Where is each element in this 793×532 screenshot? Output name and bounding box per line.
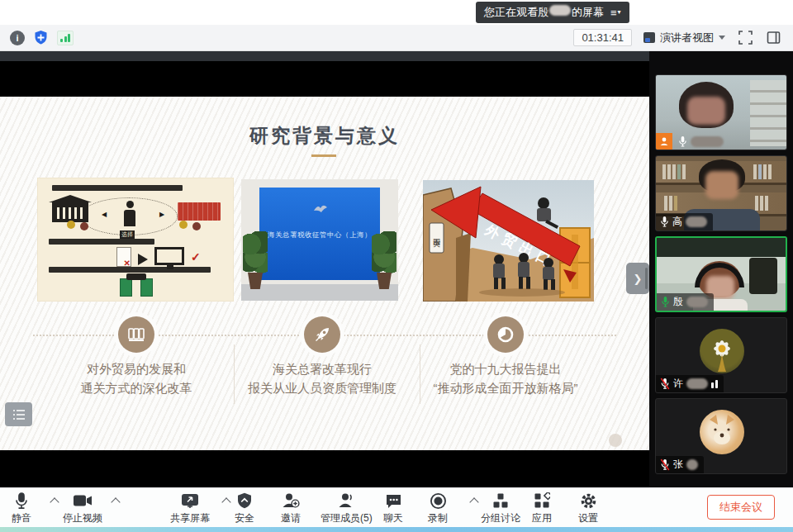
- shared-screen-stage: 研究背景与意义 ◀ ▶ 选择 ✓: [0, 51, 649, 487]
- apps-button[interactable]: 应用: [532, 492, 552, 525]
- declarant-icon: [123, 201, 136, 229]
- check-icon: ✓: [191, 250, 201, 264]
- side-panel-toggle-icon[interactable]: [765, 30, 781, 46]
- point-text-2: 海关总署改革现行报关从业人员资质管理制度: [225, 359, 420, 398]
- books-icon: [118, 316, 154, 353]
- participant-namebar: 张: [656, 456, 704, 473]
- emblem-icon: [312, 202, 329, 219]
- mic-on-icon: [678, 135, 687, 148]
- redacted-name: [686, 378, 708, 389]
- participant-namebar: 殷: [657, 293, 714, 311]
- mute-options-chevron[interactable]: [50, 497, 59, 506]
- slide-page-badge: [609, 434, 622, 447]
- top-band: 您正在观看殷的屏幕 ≡▾: [0, 0, 793, 25]
- title-underline: [311, 154, 336, 157]
- video-options-chevron[interactable]: [111, 497, 120, 506]
- speaker-view-icon: [643, 32, 655, 43]
- slide-title: 研究背景与意义: [0, 123, 649, 149]
- seal-icon: [192, 222, 201, 230]
- warehouse-icon: [52, 202, 88, 222]
- network-signal-icon[interactable]: [57, 31, 74, 45]
- chat-bubble-icon: [385, 492, 402, 510]
- globe-pie-icon: [487, 316, 524, 353]
- mic-speaking-icon: [661, 296, 670, 308]
- redacted-name: [691, 136, 724, 147]
- watching-screen-banner: 您正在观看殷的屏幕 ≡▾: [476, 2, 629, 23]
- redacted-name: [686, 297, 708, 307]
- point-text-1: 对外贸易的发展和通关方式的深化改革: [39, 359, 234, 398]
- mute-button[interactable]: 静音: [12, 492, 31, 525]
- fullscreen-icon[interactable]: [737, 30, 753, 46]
- redacted-name: [686, 459, 698, 470]
- plant-right: [372, 231, 396, 289]
- customs-gate-icon: [120, 273, 153, 297]
- record-options-chevron[interactable]: [469, 497, 478, 506]
- seal-icon: [179, 221, 188, 229]
- watching-banner-text: 您正在观看殷的屏幕: [484, 5, 604, 20]
- settings-button[interactable]: 设置: [578, 492, 598, 525]
- record-button[interactable]: 录制: [428, 492, 448, 525]
- dog-avatar: [700, 410, 744, 454]
- meeting-info-icon[interactable]: i: [10, 31, 25, 45]
- participant-name: 许: [673, 377, 683, 391]
- participant-tile-4[interactable]: 许: [655, 317, 787, 393]
- manage-members-button[interactable]: 管理成员(5): [321, 492, 373, 525]
- view-mode-selector[interactable]: 演讲者视图: [643, 31, 725, 45]
- banner-menu-icon[interactable]: ≡▾: [610, 7, 621, 18]
- participant-tile-5[interactable]: 张: [655, 398, 787, 474]
- top-toolbar: i 01:31:41 演讲者视图: [0, 25, 793, 51]
- monitor-icon: [154, 247, 184, 265]
- security-button[interactable]: 安全: [235, 492, 254, 525]
- stop-video-button[interactable]: 停止视频: [63, 492, 102, 525]
- security-shield-icon[interactable]: [33, 30, 49, 45]
- slide-menu-tab: [5, 402, 32, 426]
- participant-name: 张: [673, 458, 683, 472]
- banner-prefix: 您正在观看殷: [484, 6, 548, 18]
- invite-person-icon: [282, 492, 300, 510]
- arrow-right-icon: [138, 254, 148, 265]
- participant-tile-2[interactable]: 高: [655, 155, 787, 231]
- participant-namebar: 许: [656, 375, 724, 392]
- taskbar-edge: [0, 527, 793, 532]
- end-meeting-button[interactable]: 结束会议: [707, 495, 775, 520]
- choose-label: 选择: [120, 230, 135, 239]
- share-screen-icon: [181, 492, 199, 510]
- export-cartoon-image: 外贸出口 突围: [423, 180, 594, 302]
- participant-tile-3-active-speaker[interactable]: 殷: [655, 236, 787, 312]
- mic-muted-icon: [660, 458, 670, 471]
- participant-tile-1[interactable]: [655, 74, 787, 150]
- invite-button[interactable]: 邀请: [281, 492, 301, 525]
- banner-suffix: 的屏幕: [572, 6, 604, 18]
- share-screen-button[interactable]: 共享屏幕: [170, 492, 210, 525]
- redacted-name: [686, 216, 707, 227]
- chevron-down-icon: [719, 36, 725, 40]
- microphone-icon: [15, 492, 28, 510]
- chat-button[interactable]: 聊天: [383, 492, 403, 525]
- mic-muted-icon: [660, 378, 670, 390]
- seal-icon: [67, 221, 75, 229]
- sidebar-grip[interactable]: [645, 268, 648, 289]
- plant-left: [243, 231, 268, 289]
- infographic-image: ◀ ▶ 选择 ✓: [37, 178, 234, 302]
- rocket-icon: [304, 316, 340, 353]
- participant-name: 殷: [673, 295, 683, 309]
- bottom-toolbar: 静音 停止视频 共享屏幕 安全 邀请: [0, 487, 793, 527]
- participant-namebar: [674, 134, 729, 150]
- security-icon: [237, 492, 252, 510]
- meeting-window: 您正在观看殷的屏幕 ≡▾ i 01:31:41 演讲者视图: [0, 0, 793, 532]
- breakout-rooms-button[interactable]: 分组讨论: [481, 492, 520, 525]
- customs-center-photo: 海关总署税收征管中心（上海）: [241, 179, 398, 301]
- participant-namebar: 高: [656, 213, 713, 230]
- point-text-3: 党的十九大报告提出“推动形成全面开放新格局”: [408, 359, 603, 398]
- presentation-slide: 研究背景与意义 ◀ ▶ 选择 ✓: [0, 97, 649, 450]
- gear-icon: [580, 492, 597, 510]
- breakout-icon: [492, 492, 509, 510]
- seal-icon: [80, 222, 88, 230]
- redacted-name: [549, 5, 571, 16]
- shared-screen-top-strip: [0, 51, 649, 61]
- share-options-chevron[interactable]: [221, 497, 230, 506]
- host-badge-icon: [656, 133, 672, 150]
- volume-indicator-icon: [711, 380, 718, 388]
- members-icon: [337, 492, 355, 510]
- blue-sign-wall: 海关总署税收征管中心（上海）: [259, 188, 380, 280]
